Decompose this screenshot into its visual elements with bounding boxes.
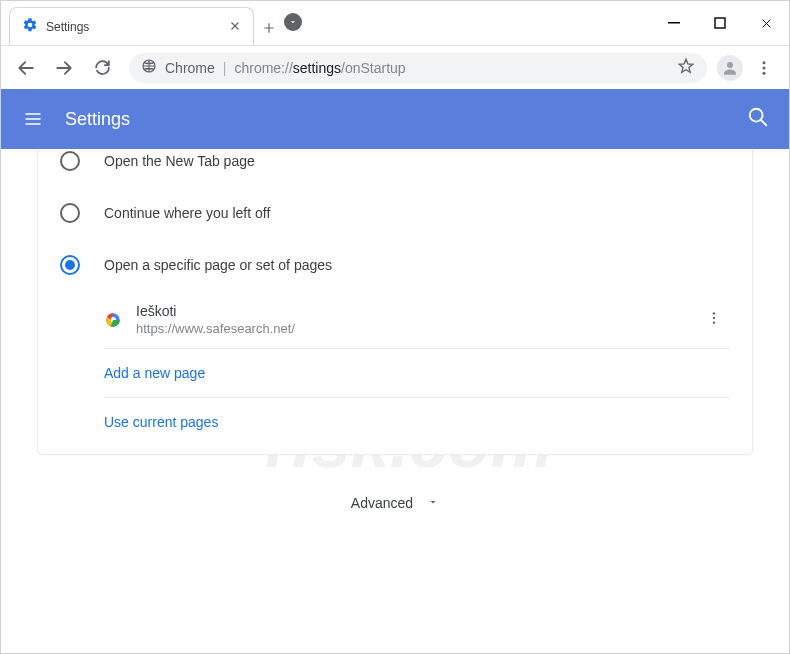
search-icon[interactable]: [747, 106, 769, 132]
page-title: Settings: [65, 109, 130, 130]
menu-button[interactable]: [747, 51, 781, 85]
svg-rect-4: [668, 22, 680, 24]
origin-label: Chrome: [165, 60, 215, 76]
startup-page-entry: Ieškoti https://www.safesearch.net/: [104, 291, 730, 349]
bookmark-icon[interactable]: [677, 57, 695, 78]
radio-label: Continue where you left off: [104, 205, 270, 221]
separator: |: [223, 60, 227, 76]
window-minimize-button[interactable]: [651, 1, 697, 45]
svg-point-8: [763, 61, 766, 64]
tab-search-icon[interactable]: [284, 13, 302, 31]
advanced-toggle[interactable]: Advanced: [37, 455, 753, 571]
radio-icon[interactable]: [60, 203, 80, 223]
page-url: https://www.safesearch.net/: [136, 321, 684, 336]
new-tab-button[interactable]: [254, 11, 284, 45]
svg-point-9: [763, 66, 766, 69]
radio-label: Open the New Tab page: [104, 153, 255, 169]
radio-specific-page[interactable]: Open a specific page or set of pages: [38, 239, 752, 291]
radio-icon[interactable]: [60, 151, 80, 171]
page-name: Ieškoti: [136, 303, 684, 319]
radio-continue[interactable]: Continue where you left off: [38, 187, 752, 239]
browser-tab[interactable]: Settings: [9, 7, 254, 45]
favicon-icon: [104, 311, 122, 329]
menu-icon[interactable]: [21, 107, 45, 131]
svg-point-15: [713, 316, 715, 318]
profile-button[interactable]: [717, 55, 743, 81]
gear-icon: [22, 17, 38, 37]
advanced-label: Advanced: [351, 495, 413, 511]
chevron-down-icon: [427, 495, 439, 511]
content-scroll[interactable]: On startup Open the New Tab page Continu…: [1, 149, 789, 650]
startup-card: Open the New Tab page Continue where you…: [37, 149, 753, 455]
radio-icon[interactable]: [60, 255, 80, 275]
svg-point-7: [727, 62, 733, 68]
url-text: chrome://settings/onStartup: [234, 60, 405, 76]
svg-point-10: [763, 71, 766, 74]
svg-point-16: [713, 321, 715, 323]
window-maximize-button[interactable]: [697, 1, 743, 45]
add-page-link[interactable]: Add a new page: [104, 349, 730, 398]
settings-header: Settings: [1, 89, 789, 149]
forward-button[interactable]: [47, 51, 81, 85]
radio-label: Open a specific page or set of pages: [104, 257, 332, 273]
site-info-icon[interactable]: [141, 58, 157, 77]
back-button[interactable]: [9, 51, 43, 85]
window-close-button[interactable]: [743, 1, 789, 45]
use-current-pages-link[interactable]: Use current pages: [104, 398, 730, 446]
svg-point-14: [713, 312, 715, 314]
window-titlebar: Settings: [1, 1, 789, 45]
reload-button[interactable]: [85, 51, 119, 85]
more-actions-icon[interactable]: [698, 310, 730, 330]
tab-title: Settings: [46, 20, 221, 34]
address-bar[interactable]: Chrome | chrome://settings/onStartup: [129, 53, 707, 83]
svg-rect-5: [715, 18, 725, 28]
toolbar: Chrome | chrome://settings/onStartup: [1, 45, 789, 89]
close-tab-icon[interactable]: [229, 19, 241, 35]
radio-new-tab[interactable]: Open the New Tab page: [38, 149, 752, 187]
